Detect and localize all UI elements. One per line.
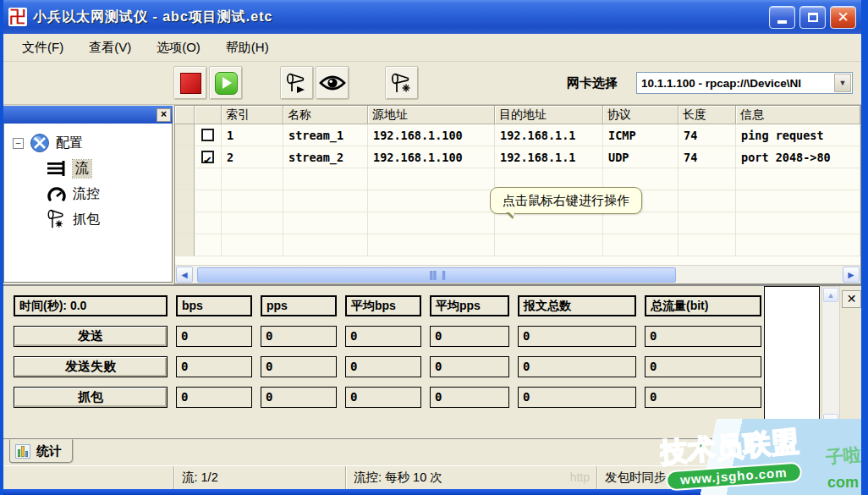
stat-value: 0	[261, 326, 337, 347]
stat-value: 0	[518, 326, 636, 347]
stats-header-avg-pps: 平均pps	[430, 295, 509, 316]
cell-info: port 2048->80	[736, 146, 860, 168]
stats-header-avg-bps: 平均bps	[345, 295, 421, 316]
cell-length: 74	[678, 146, 736, 168]
minimize-button[interactable]	[769, 6, 795, 29]
col-protocol[interactable]: 协议	[603, 106, 678, 124]
stat-value: 0	[176, 326, 252, 347]
col-dest[interactable]: 目的地址	[495, 106, 603, 124]
stop-button[interactable]	[173, 66, 207, 100]
stats-panel-close-button[interactable]: ✕	[842, 290, 861, 308]
stats-header-bps: bps	[176, 295, 252, 316]
app-window: 卍 小兵以太网测试仪 - abc项目测试.etc ✕ 文件(F) 查看(V) 选…	[0, 0, 868, 495]
tree-item-streams-label: 流	[73, 160, 91, 178]
maximize-icon	[808, 13, 818, 22]
capture-windsock-icon	[47, 207, 67, 231]
col-index[interactable]: 索引	[222, 106, 283, 124]
menu-bar: 文件(F) 查看(V) 选项(O) 帮助(H)	[3, 34, 861, 62]
menu-view[interactable]: 查看(V)	[79, 36, 141, 59]
stat-value: 0	[518, 387, 636, 408]
hint-tooltip: 点击鼠标右键进行操作	[490, 187, 642, 214]
toolbar: 网卡选择 10.1.1.100 - rpcap://\Device\NI ▼	[3, 62, 861, 105]
stream-enable-checkbox[interactable]	[201, 151, 214, 163]
vertical-scrollbar[interactable]: ▲ ▼	[821, 286, 840, 430]
gauge-icon	[47, 185, 67, 203]
scroll-up-icon[interactable]: ▲	[823, 288, 838, 302]
tree-item-flow-control[interactable]: 流控	[13, 181, 172, 206]
cell-dest: 192.168.1.1	[495, 124, 603, 146]
menu-options[interactable]: 选项(O)	[146, 36, 211, 59]
tree-item-streams[interactable]: 流	[13, 156, 172, 181]
cell-index: 1	[222, 124, 283, 146]
col-length[interactable]: 长度	[678, 106, 736, 124]
bar-chart-icon	[15, 444, 30, 459]
nic-select-label: 网卡选择	[567, 75, 636, 91]
cell-protocol: ICMP	[603, 124, 678, 146]
capture-config-button[interactable]	[385, 66, 419, 100]
stat-value: 0	[261, 387, 337, 408]
play-icon	[215, 72, 238, 95]
col-source[interactable]: 源地址	[368, 106, 495, 124]
tree-root-config[interactable]: − 配置	[13, 130, 172, 156]
stat-value: 0	[176, 356, 252, 377]
stat-value: 0	[345, 356, 421, 377]
nic-dropdown[interactable]: 10.1.1.100 - rpcap://\Device\NI ▼	[636, 72, 853, 94]
col-info[interactable]: 信息	[736, 106, 860, 124]
view-button[interactable]	[316, 66, 349, 100]
statistics-panel: 时间(秒): 0.0 bps pps 平均bps 平均pps 报文总数 总流量(…	[3, 284, 861, 438]
stat-value: 0	[430, 387, 509, 408]
tab-statistics[interactable]: 统计	[9, 439, 73, 463]
cell-length: 74	[678, 124, 736, 146]
scroll-right-icon[interactable]: ►	[843, 267, 860, 283]
send-fail-stats-button[interactable]: 发送失败	[14, 356, 168, 377]
tree-collapse-icon[interactable]: −	[13, 138, 24, 149]
status-stream-count: 流: 1/2	[173, 466, 345, 489]
checkbox-cell	[195, 146, 222, 168]
horizontal-scrollbar[interactable]: ◄ ▐▌▐ ►	[175, 265, 860, 283]
menu-help[interactable]: 帮助(H)	[216, 36, 279, 59]
minimize-icon	[777, 20, 787, 24]
stats-header-time: 时间(秒): 0.0	[14, 295, 168, 316]
maximize-button[interactable]	[799, 6, 826, 29]
tree-item-capture[interactable]: 抓包	[13, 206, 172, 232]
close-button[interactable]: ✕	[830, 6, 856, 29]
stat-value: 0	[261, 356, 337, 377]
col-name[interactable]: 名称	[283, 106, 368, 124]
stat-value: 0	[345, 326, 421, 347]
config-tree: − 配置 流	[3, 124, 173, 283]
windsock-play-icon	[285, 71, 309, 95]
window-bottom-border	[3, 489, 861, 495]
config-tree-panel: × − 配置	[3, 105, 174, 284]
tree-panel-close-button[interactable]: ×	[157, 108, 171, 122]
cell-protocol: UDP	[603, 146, 678, 168]
cell-name: stream_1	[283, 124, 368, 146]
status-section-empty	[3, 466, 173, 489]
send-stats-button[interactable]: 发送	[14, 326, 168, 347]
faint-watermark-text: http	[570, 466, 590, 489]
stats-header-total-packets: 报文总数	[518, 295, 636, 316]
scrollbar-thumb[interactable]: ▐▌▐	[197, 267, 676, 283]
cell-dest: 192.168.1.1	[495, 146, 603, 168]
stat-value: 0	[430, 356, 509, 377]
capture-start-button[interactable]	[280, 66, 314, 100]
capture-stats-button[interactable]: 抓包	[14, 387, 168, 408]
start-button[interactable]	[209, 66, 243, 100]
stats-log-listbox[interactable]	[764, 286, 820, 430]
menu-file[interactable]: 文件(F)	[12, 36, 74, 59]
streams-icon	[47, 160, 67, 177]
config-globe-icon	[30, 133, 50, 153]
stat-value: 0	[176, 387, 252, 408]
cell-source: 192.168.1.100	[368, 124, 495, 146]
row-selector	[175, 124, 195, 146]
app-logo-icon: 卍	[8, 8, 27, 26]
close-icon: ✕	[837, 8, 849, 26]
dropdown-arrow-icon[interactable]: ▼	[834, 74, 851, 92]
status-bar: 流: 1/2 流控: 每秒 10 次 http 发包时同步	[3, 465, 861, 489]
scroll-down-icon[interactable]: ▼	[823, 414, 838, 428]
scroll-left-icon[interactable]: ◄	[176, 267, 193, 283]
col-checkbox	[195, 106, 222, 124]
stream-enable-checkbox[interactable]	[201, 129, 214, 141]
row-selector	[175, 146, 195, 168]
stats-header-total-bits: 总流量(bit)	[645, 295, 761, 316]
cell-index: 2	[222, 146, 283, 168]
